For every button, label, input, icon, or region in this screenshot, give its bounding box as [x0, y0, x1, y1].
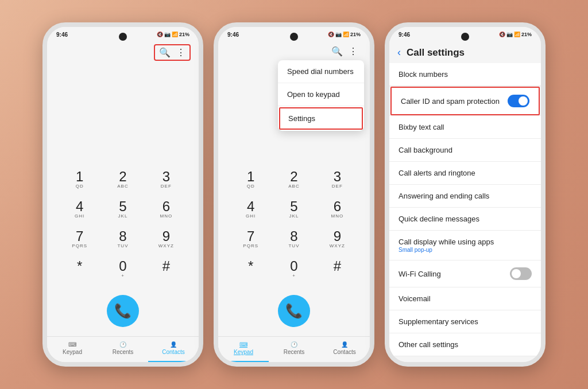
dial-key-hash-p2[interactable]: # [316, 255, 358, 283]
phone-1-bottom-nav: ⌨ Keypad 🕐 Recents 👤 Contacts [47, 336, 199, 362]
call-button-2[interactable]: 📞 [278, 295, 310, 327]
phone-1-content: 🔍 ⋮ 1QD 2ABC 3DEF 4GHI 5JKL 6MNO 7PQRS 8… [47, 40, 199, 362]
phone-1-topbar: 🔍 ⋮ [47, 40, 199, 63]
dropdown-speed-dial[interactable]: Speed dial numbers [278, 60, 364, 83]
settings-page-title: Call settings [407, 47, 465, 59]
dial-key-1[interactable]: 1QD [59, 165, 100, 194]
setting-call-display-label: Call display while using apps [399, 238, 494, 246]
nav-keypad-label: Keypad [63, 349, 82, 355]
caller-id-toggle[interactable] [508, 95, 529, 107]
phone-2-topbar: 🔍 ⋮ [218, 40, 370, 61]
nav-contacts-2[interactable]: 👤 Contacts [319, 337, 370, 362]
keypad-icon-2: ⌨ [239, 341, 247, 348]
phone-2-dialpad: 1QD 2ABC 3DEF 4GHI 5JKL 6MNO 7PQRS 8TUV … [218, 154, 370, 290]
dial-key-8-p2[interactable]: 8TUV [273, 225, 315, 254]
nav-keypad[interactable]: ⌨ Keypad [47, 337, 98, 362]
phone-1: 9:46 🔇📷📶21% 🔍 ⋮ 1QD 2ABC 3DEF 4GHI 5JKL … [42, 22, 203, 367]
setting-other-call-label: Other call settings [399, 340, 458, 349]
contacts-icon: 👤 [170, 341, 177, 348]
nav-contacts-label: Contacts [162, 349, 184, 355]
dial-key-3-p2[interactable]: 3DEF [316, 165, 358, 194]
dial-key-9[interactable]: 9WXYZ [145, 225, 187, 254]
dial-key-2[interactable]: 2ABC [102, 165, 144, 194]
dial-key-3[interactable]: 3DEF [145, 165, 187, 194]
dropdown-open-keypad[interactable]: Open to keypad [278, 83, 364, 106]
nav-recents[interactable]: 🕐 Recents [98, 337, 148, 362]
dial-key-6[interactable]: 6MNO [145, 195, 187, 224]
phone-3-settings: ‹ Call settings Block numbers Caller ID … [389, 40, 541, 362]
phone-2-notch [290, 33, 298, 41]
contacts-icon-2: 👤 [341, 341, 348, 348]
search-icon-2[interactable]: 🔍 [331, 46, 343, 57]
setting-call-display-sub: Small pop-up [399, 247, 494, 253]
setting-block-numbers[interactable]: Block numbers [389, 63, 541, 86]
phone-1-time: 9:46 [56, 32, 68, 38]
setting-call-alerts-label: Call alerts and ringtone [399, 169, 475, 177]
nav-keypad-label-2: Keypad [234, 349, 253, 355]
setting-voicemail[interactable]: Voicemail [389, 287, 541, 310]
phone-3: 9:46 🔇📷📶21% ‹ Call settings Block number… [385, 22, 546, 367]
dial-key-0[interactable]: 0+ [102, 255, 144, 283]
nav-recents-2[interactable]: 🕐 Recents [269, 337, 319, 362]
dial-key-7[interactable]: 7PQRS [59, 225, 100, 254]
phone-2-content: 🔍 ⋮ Speed dial numbers Open to keypad Se… [218, 40, 370, 362]
setting-answering-ending[interactable]: Answering and ending calls [389, 185, 541, 208]
more-options-icon[interactable]: ⋮ [176, 47, 185, 58]
setting-wifi-calling[interactable]: Wi-Fi Calling [389, 260, 541, 287]
dial-key-1-p2[interactable]: 1QD [230, 165, 272, 194]
settings-items-list: Block numbers Caller ID and spam protect… [389, 63, 541, 362]
dial-key-5-p2[interactable]: 5JKL [273, 195, 315, 224]
phone-1-notch [119, 33, 127, 41]
dial-key-star-p2[interactable]: * [230, 255, 272, 283]
recents-icon: 🕐 [119, 341, 126, 348]
nav-contacts[interactable]: 👤 Contacts [148, 337, 199, 362]
back-button[interactable]: ‹ [397, 46, 401, 59]
dial-key-6-p2[interactable]: 6MNO [316, 195, 358, 224]
phone-2-time: 9:46 [227, 32, 239, 38]
phone-1-status-icons: 🔇📷📶21% [157, 32, 189, 37]
setting-call-background-label: Call background [399, 146, 452, 154]
dial-key-9-p2[interactable]: 9WXYZ [316, 225, 358, 254]
setting-call-alerts[interactable]: Call alerts and ringtone [389, 162, 541, 185]
nav-recents-label-2: Recents [284, 349, 305, 355]
dropdown-settings[interactable]: Settings [279, 107, 363, 130]
keypad-icon: ⌨ [68, 341, 76, 348]
setting-wifi-calling-label: Wi-Fi Calling [399, 270, 441, 278]
dial-key-8[interactable]: 8TUV [102, 225, 144, 254]
phone-3-status-icons: 🔇📷📶21% [499, 32, 532, 37]
setting-caller-id[interactable]: Caller ID and spam protection [390, 87, 540, 115]
setting-quick-decline[interactable]: Quick decline messages [389, 208, 541, 231]
dial-key-4-p2[interactable]: 4GHI [230, 195, 272, 224]
more-options-icon-2[interactable]: ⋮ [349, 46, 358, 57]
phone-3-notch [461, 33, 469, 41]
setting-supplementary[interactable]: Supplementary services [389, 310, 541, 333]
dial-key-2-p2[interactable]: 2ABC [273, 165, 315, 194]
setting-other-call[interactable]: Other call settings [389, 333, 541, 356]
dial-key-hash[interactable]: # [145, 255, 187, 283]
setting-call-display[interactable]: Call display while using apps Small pop-… [389, 231, 541, 260]
nav-recents-label: Recents [113, 349, 134, 355]
dial-key-4[interactable]: 4GHI [59, 195, 100, 224]
phone-1-dialpad: 1QD 2ABC 3DEF 4GHI 5JKL 6MNO 7PQRS 8TUV … [47, 154, 199, 290]
wifi-calling-toggle[interactable] [510, 267, 532, 280]
call-button[interactable]: 📞 [107, 295, 139, 327]
recents-icon-2: 🕐 [291, 341, 297, 348]
phone-1-call-row: 📞 [47, 290, 199, 336]
setting-call-background[interactable]: Call background [389, 139, 541, 162]
dropdown-menu: Speed dial numbers Open to keypad Settin… [278, 60, 364, 131]
phone-2-call-row: 📞 [218, 290, 370, 336]
setting-supplementary-label: Supplementary services [399, 317, 478, 326]
phone-1-action-icons[interactable]: 🔍 ⋮ [154, 44, 191, 61]
setting-voicemail-label: Voicemail [399, 294, 431, 303]
search-icon[interactable]: 🔍 [159, 47, 171, 58]
nav-keypad-2[interactable]: ⌨ Keypad [218, 337, 269, 362]
phone-2-status-icons: 🔇📷📶21% [328, 32, 361, 37]
dial-key-0-p2[interactable]: 0+ [273, 255, 315, 283]
dial-key-7-p2[interactable]: 7PQRS [230, 225, 272, 254]
dial-key-star[interactable]: * [59, 255, 100, 283]
setting-block-numbers-label: Block numbers [399, 70, 448, 79]
privacy-link[interactable]: Privacy [389, 356, 541, 362]
setting-bixby-text[interactable]: Bixby text call [389, 116, 541, 139]
dial-key-5[interactable]: 5JKL [102, 195, 144, 224]
settings-header: ‹ Call settings [389, 40, 541, 63]
